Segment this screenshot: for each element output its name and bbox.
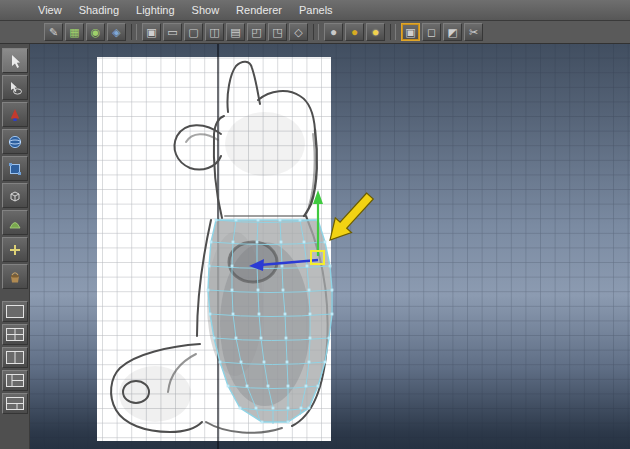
point-snap-icon[interactable]: ◈ <box>107 23 126 41</box>
menu-show[interactable]: Show <box>192 4 220 16</box>
menu-panels[interactable]: Panels <box>299 4 333 16</box>
mesh-vertex[interactable] <box>306 265 309 268</box>
rotate-tool[interactable] <box>2 129 28 154</box>
select-tool[interactable] <box>2 48 28 73</box>
mesh-vertex[interactable] <box>287 407 290 410</box>
mesh-vertex[interactable] <box>324 361 327 364</box>
mesh-vertex[interactable] <box>257 289 260 292</box>
mesh-vertex[interactable] <box>280 241 283 244</box>
viewport[interactable] <box>30 44 630 449</box>
safe-action-icon[interactable]: ◰ <box>247 23 266 41</box>
mesh-vertex[interactable] <box>331 289 334 292</box>
mesh-vertex[interactable] <box>257 219 260 222</box>
xray-mode-icon[interactable]: ◻ <box>422 23 441 41</box>
show-manipulator-tool[interactable] <box>2 237 28 262</box>
field-chart-icon[interactable]: ▤ <box>226 23 245 41</box>
layout-single[interactable] <box>2 301 28 322</box>
mesh-vertex[interactable] <box>279 219 282 222</box>
grid-snap-icon[interactable]: ▦ <box>65 23 84 41</box>
mesh-vertex[interactable] <box>328 337 331 340</box>
lasso-tool[interactable] <box>2 75 28 100</box>
soft-mod-tool[interactable] <box>2 210 28 235</box>
mesh-vertex[interactable] <box>309 313 312 316</box>
mesh-vertex[interactable] <box>286 361 289 364</box>
mesh-vertex[interactable] <box>308 361 311 364</box>
isolate-select-icon[interactable]: ▣ <box>401 23 420 41</box>
mesh-vertex[interactable] <box>309 337 312 340</box>
mesh-vertex[interactable] <box>235 337 238 340</box>
layout-four-pane[interactable] <box>2 324 28 345</box>
mesh-vertex[interactable] <box>239 407 242 410</box>
shaded-ball-icon[interactable]: ● <box>324 23 343 41</box>
mesh-vertex[interactable] <box>281 265 284 268</box>
film-gate-icon[interactable]: ▭ <box>163 23 182 41</box>
mesh-vertex[interactable] <box>231 265 234 268</box>
move-tool[interactable] <box>2 102 28 127</box>
viewport-canvas[interactable] <box>30 44 630 449</box>
mesh-vertex[interactable] <box>209 313 212 316</box>
paint-bucket-tool[interactable] <box>2 264 28 289</box>
mesh-vertex[interactable] <box>303 241 306 244</box>
mesh-vertex[interactable] <box>232 241 235 244</box>
menu-renderer[interactable]: Renderer <box>236 4 282 16</box>
wireframe-mode-icon[interactable]: ◇ <box>289 23 308 41</box>
layout-split[interactable] <box>2 393 28 414</box>
soft-mod-icon <box>7 215 23 231</box>
mesh-vertex[interactable] <box>240 361 243 364</box>
mesh-vertex[interactable] <box>287 421 290 424</box>
mesh-vertex[interactable] <box>215 219 218 222</box>
menu-lighting[interactable]: Lighting <box>136 4 175 16</box>
iconbar-separator <box>390 24 396 40</box>
curve-snap-icon[interactable]: ◉ <box>86 23 105 41</box>
universal-manipulator-tool[interactable] <box>2 183 28 208</box>
lit-ball-icon[interactable]: ● <box>366 23 385 41</box>
mesh-vertex[interactable] <box>210 241 213 244</box>
mesh-vertex[interactable] <box>207 289 210 292</box>
scale-tool[interactable] <box>2 156 28 181</box>
mesh-vertex[interactable] <box>213 337 216 340</box>
layout-persp-outliner-icon <box>5 373 25 388</box>
mesh-vertex[interactable] <box>255 407 258 410</box>
resolution-gate-icon[interactable]: ▢ <box>184 23 203 41</box>
select-camera-icon[interactable]: ✎ <box>44 23 63 41</box>
mesh-vertex[interactable] <box>261 421 264 424</box>
mesh-vertex[interactable] <box>263 361 266 364</box>
layout-two-pane[interactable] <box>2 347 28 368</box>
snip-icon[interactable]: ✂ <box>464 23 483 41</box>
mesh-vertex[interactable] <box>267 385 270 388</box>
mesh-vertex[interactable] <box>324 241 327 244</box>
mesh-vertex[interactable] <box>227 385 230 388</box>
mesh-vertex[interactable] <box>331 313 334 316</box>
mesh-vertex[interactable] <box>219 361 222 364</box>
mesh-vertex[interactable] <box>284 313 287 316</box>
mesh-vertex[interactable] <box>231 289 234 292</box>
mesh-vertex[interactable] <box>258 313 261 316</box>
mesh-vertex[interactable] <box>317 385 320 388</box>
mesh-vertex[interactable] <box>260 337 263 340</box>
mesh-vertex[interactable] <box>305 385 308 388</box>
gate-mask-icon[interactable]: ◫ <box>205 23 224 41</box>
manipulator-cross-icon <box>7 242 23 258</box>
wireframe-on-shaded-icon[interactable]: ◩ <box>443 23 462 41</box>
mesh-vertex[interactable] <box>299 219 302 222</box>
mesh-vertex[interactable] <box>272 407 275 410</box>
mesh-vertex[interactable] <box>308 407 311 410</box>
mesh-vertex[interactable] <box>329 265 332 268</box>
mesh-vertex[interactable] <box>235 219 238 222</box>
mesh-vertex[interactable] <box>285 337 288 340</box>
mesh-vertex[interactable] <box>308 289 311 292</box>
mesh-vertex[interactable] <box>256 241 259 244</box>
mesh-vertex[interactable] <box>208 265 211 268</box>
image-plane-icon[interactable]: ▣ <box>142 23 161 41</box>
menu-view[interactable]: View <box>38 4 62 16</box>
mesh-vertex[interactable] <box>300 407 303 410</box>
mesh-vertex[interactable] <box>232 313 235 316</box>
mesh-vertex[interactable] <box>287 385 290 388</box>
safe-title-icon[interactable]: ◳ <box>268 23 287 41</box>
textured-ball-icon[interactable]: ● <box>345 23 364 41</box>
mesh-vertex[interactable] <box>282 289 285 292</box>
mesh-vertex[interactable] <box>246 385 249 388</box>
menu-shading[interactable]: Shading <box>79 4 119 16</box>
layout-persp-outliner[interactable] <box>2 370 28 391</box>
move-cone-icon <box>7 107 23 123</box>
